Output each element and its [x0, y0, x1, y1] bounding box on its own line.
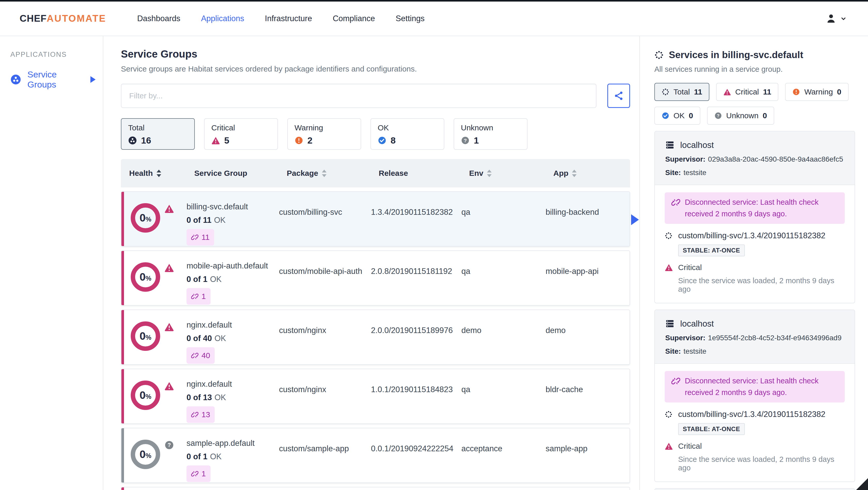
column-label: Service Group: [194, 169, 247, 177]
ok-count: 0 of 13: [187, 393, 212, 402]
service-card-body: Disconnected service: Last health check …: [655, 364, 855, 482]
critical-triangle-icon: [164, 204, 174, 214]
pill-value: 0: [837, 88, 841, 96]
service-card[interactable]: localhost Supervisor:1e95554f-2cb8-4c52-…: [654, 309, 855, 482]
site-label: Site:: [665, 169, 681, 176]
table-row[interactable]: 0% sample-app.default 0 of 1OK 1 custom/…: [121, 428, 630, 483]
stat-card-ok[interactable]: OK 8: [370, 118, 444, 150]
table-row[interactable]: 0% mobile-api-auth.default 0 of 1OK 1 cu…: [121, 251, 630, 306]
service-groups-table: Health Service Group Package Release Env: [121, 159, 630, 490]
stat-card-unknown[interactable]: Unknown 1: [454, 118, 528, 150]
table-row[interactable]: 0% billing-svc.default 0 of 11OK 11 cust…: [121, 191, 630, 247]
nav-settings[interactable]: Settings: [396, 14, 425, 23]
package-dots-icon: [665, 411, 673, 418]
panel-pill-ok[interactable]: OK 0: [654, 107, 700, 125]
service-group-name: mobile-api-auth.default: [187, 260, 271, 271]
column-header-app[interactable]: App: [553, 169, 630, 177]
panel-pill-warning[interactable]: Warning 0: [785, 83, 848, 101]
logo-automate: AUTOMATE: [47, 13, 106, 24]
stat-card-warning[interactable]: Warning 2: [287, 118, 361, 150]
column-header-health[interactable]: Health: [129, 169, 194, 177]
disconnected-count: 11: [202, 231, 210, 243]
health-percent: 0: [140, 271, 146, 283]
package-cell: custom/billing-svc: [279, 192, 371, 246]
service-group-cell: billing-svc.default 0 of 11OK 11: [187, 192, 279, 246]
disconnected-alert: Disconnected service: Last health check …: [665, 192, 845, 224]
critical-triangle-icon: [164, 381, 174, 391]
ok-circle-icon: [661, 112, 669, 120]
column-label: Health: [129, 169, 153, 177]
column-header-env[interactable]: Env: [469, 169, 553, 177]
env-cell: qa: [461, 251, 546, 305]
service-group-cell: sample-app.default 0 of 1OK 1: [187, 428, 279, 483]
ok-count: 0 of 11: [187, 216, 212, 225]
panel-title: Services in billing-svc.default: [669, 50, 803, 60]
panel-pill-total[interactable]: Total 11: [654, 83, 709, 101]
column-header-service-group[interactable]: Service Group: [194, 169, 287, 177]
ok-count: 0 of 1: [187, 452, 208, 461]
disconnected-badge[interactable]: 13: [187, 406, 215, 423]
sort-arrows-icon: [322, 170, 327, 177]
supervisor-id: 1e95554f-2cb8-4c52-b34f-e94634996ad9: [708, 334, 842, 342]
stat-value: 16: [141, 135, 151, 145]
ok-suffix: OK: [210, 452, 222, 461]
critical-triangle-icon: [211, 136, 220, 145]
service-group-icon: [128, 136, 137, 145]
stat-card-total[interactable]: Total 16: [121, 118, 195, 150]
chef-automate-logo[interactable]: CHEFAUTOMATE: [20, 13, 106, 24]
disconnected-badge[interactable]: 1: [187, 288, 211, 305]
table-header: Health Service Group Package Release Env: [121, 159, 630, 188]
user-menu[interactable]: [825, 13, 847, 25]
supervisor-label: Supervisor:: [665, 334, 706, 342]
filter-input[interactable]: [121, 84, 596, 108]
ok-suffix: OK: [214, 334, 226, 343]
critical-triangle-icon: [164, 322, 174, 332]
column-header-package[interactable]: Package: [287, 169, 379, 177]
release-cell: 0.0.1/20190924222254: [371, 428, 461, 483]
table-row-partial[interactable]: [121, 487, 630, 490]
service-groups-icon: [10, 74, 21, 85]
nav-compliance[interactable]: Compliance: [333, 14, 375, 23]
service-card[interactable]: localhost Supervisor:2fb65869-de1b-4341-…: [654, 488, 855, 490]
env-cell: qa: [461, 192, 546, 246]
ok-circle-icon: [378, 136, 386, 145]
release-cell: 2.0.0/20190115189976: [371, 310, 461, 364]
column-header-release[interactable]: Release: [379, 169, 469, 177]
table-row[interactable]: 0% nginx.default 0 of 13OK 13 custom/ngi…: [121, 369, 630, 424]
nav-infrastructure[interactable]: Infrastructure: [265, 14, 312, 23]
disconnected-badge[interactable]: 40: [187, 347, 215, 364]
nav-applications[interactable]: Applications: [201, 14, 244, 23]
health-donut: 0%: [131, 321, 160, 351]
health-percent: 0: [140, 448, 146, 461]
health-percent-sign: %: [146, 275, 151, 282]
unknown-circle-icon: [714, 112, 722, 120]
panel-pill-critical[interactable]: Critical 11: [716, 83, 778, 101]
service-card[interactable]: localhost Supervisor:029a3a8a-20ac-4590-…: [654, 131, 855, 303]
disconnected-badge[interactable]: 1: [187, 465, 211, 482]
stat-card-critical[interactable]: Critical 5: [204, 118, 278, 150]
page-title: Service Groups: [121, 48, 630, 60]
disconnected-badge[interactable]: 11: [187, 229, 214, 246]
health-percent-sign: %: [146, 216, 151, 223]
service-card-body: Disconnected service: Last health check …: [655, 185, 855, 303]
table-row[interactable]: 0% nginx.default 0 of 40OK 40 custom/ngi…: [121, 309, 630, 365]
ok-count: 0 of 40: [187, 334, 212, 343]
panel-pill-unknown[interactable]: Unknown 0: [707, 107, 774, 125]
selected-row-indicator: [631, 214, 639, 225]
sort-arrows-icon: [157, 170, 161, 177]
service-status: Critical: [678, 263, 702, 272]
health-donut: 0%: [131, 262, 160, 292]
stat-label: Total: [128, 123, 188, 132]
warning-circle-icon: [294, 136, 303, 145]
pill-value: 0: [763, 111, 767, 120]
health-percent-sign: %: [146, 334, 151, 341]
disconnected-alert: Disconnected service: Last health check …: [665, 371, 845, 402]
pill-value: 11: [694, 88, 702, 96]
share-button[interactable]: [607, 84, 630, 108]
main-nav: Dashboards Applications Infrastructure C…: [137, 14, 425, 23]
stat-value: 5: [224, 135, 229, 145]
ok-suffix: OK: [210, 275, 222, 284]
sidebar-item-service-groups[interactable]: Service Groups: [10, 69, 96, 90]
panel-subtitle: All services running in a service group.: [654, 65, 855, 73]
nav-dashboards[interactable]: Dashboards: [137, 14, 180, 23]
